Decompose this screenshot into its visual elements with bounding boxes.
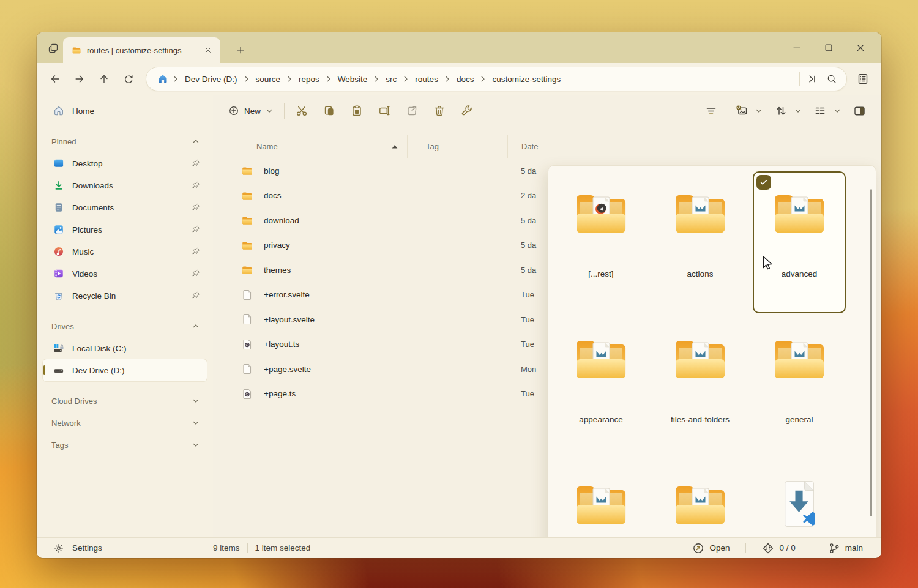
folder-grid: [...rest]actionsadvancedappearancefiles-…	[554, 171, 852, 558]
recycle-icon	[53, 290, 64, 301]
minimize-icon	[791, 42, 802, 53]
sidebar-item-local-disk-c[interactable]: Local Disk (C:)	[43, 337, 207, 359]
selected-checkbox[interactable]	[756, 175, 771, 190]
grid-item-label: actions	[687, 269, 714, 278]
delete-button[interactable]	[427, 100, 452, 122]
grid-item-files-and-folders[interactable]: files-and-folders	[654, 317, 747, 459]
sort-button[interactable]	[769, 100, 793, 122]
copy-icon	[323, 105, 335, 117]
sidebar-section-header-drives[interactable]: Drives	[37, 315, 213, 337]
forward-button[interactable]	[69, 69, 91, 89]
sidebar-section-header-pinned[interactable]: Pinned	[37, 130, 213, 152]
file-name-cell: +page.svelte	[222, 363, 407, 375]
layout-button[interactable]	[808, 100, 832, 122]
close-window-button[interactable]	[848, 37, 873, 58]
breadcrumb-segment-dev-drive-d[interactable]: Dev Drive (D:)	[181, 72, 242, 86]
sidebar-item-downloads[interactable]: Downloads	[43, 174, 207, 196]
file-name: +page.svelte	[264, 365, 311, 374]
sidebar-item-dev-drive-d[interactable]: Dev Drive (D:)	[43, 359, 207, 381]
column-header-tag[interactable]: Tag	[408, 142, 507, 151]
main-area: HomePinnedDesktopDownloadsDocumentsPictu…	[37, 95, 881, 537]
git-sync-status[interactable]: 0 / 0	[753, 542, 804, 554]
folder-icon	[241, 165, 253, 177]
home-icon	[53, 105, 64, 116]
tab-switcher-button[interactable]	[44, 40, 62, 56]
desktop-wallpaper: routes | customize-settings Dev Drive (D…	[0, 0, 918, 588]
filter-control	[699, 100, 723, 122]
properties-button[interactable]	[455, 100, 479, 122]
file-name-cell: +layout.svelte	[222, 313, 407, 326]
tab-title: routes | customize-settings	[87, 46, 195, 55]
new-button[interactable]: New	[222, 100, 279, 121]
thumbnails-button[interactable]	[730, 100, 754, 122]
chevron-right-icon	[286, 75, 293, 83]
column-header-name[interactable]: Name	[222, 142, 407, 151]
breadcrumb-segment-repos[interactable]: repos	[294, 72, 324, 86]
sidebar-item-videos[interactable]: Videos	[43, 262, 207, 285]
chevron-right-icon	[172, 75, 179, 83]
grid-item-actions[interactable]: actions	[654, 171, 747, 313]
settings-button[interactable]: Settings	[37, 543, 213, 554]
check-icon	[759, 177, 769, 187]
grid-item-general[interactable]: general	[753, 317, 846, 459]
selected-count: 1 item selected	[255, 543, 311, 553]
file-name: download	[264, 216, 299, 225]
refresh-button[interactable]	[118, 69, 140, 89]
breadcrumb-home-button[interactable]	[155, 72, 171, 86]
sidebar-section-header-tags[interactable]: Tags	[37, 434, 213, 456]
details-pane-button[interactable]	[847, 100, 871, 122]
close-tab-button[interactable]	[201, 43, 215, 58]
git-branch-button[interactable]: main	[819, 542, 871, 554]
maximize-button[interactable]	[816, 37, 841, 58]
filter-button[interactable]	[699, 100, 723, 122]
items-count: 9 items	[213, 543, 240, 553]
folder-md-icon	[672, 480, 728, 529]
rename-icon	[378, 105, 390, 117]
sidebar-section-header-network[interactable]: Network	[37, 412, 213, 434]
sidebar: HomePinnedDesktopDownloadsDocumentsPictu…	[37, 95, 213, 537]
file-name: blog	[264, 166, 280, 176]
column-header-date[interactable]: Date	[508, 142, 881, 151]
new-tab-button[interactable]	[231, 41, 250, 59]
breadcrumb-segment-routes[interactable]: routes	[411, 72, 442, 86]
filter-icon	[705, 105, 717, 117]
folder-icon	[241, 214, 253, 226]
chevron-down-icon	[266, 107, 273, 114]
sidebar-section-pinned: PinnedDesktopDownloadsDocumentsPicturesM…	[37, 130, 213, 307]
search-button[interactable]	[822, 69, 842, 89]
sidebar-item-recycle-bin[interactable]: Recycle Bin	[43, 285, 207, 307]
rename-button[interactable]	[372, 100, 397, 122]
open-button[interactable]: Open	[684, 542, 738, 554]
back-button[interactable]	[44, 69, 66, 89]
paste-button[interactable]	[345, 100, 369, 122]
breadcrumb-segment-website[interactable]: Website	[334, 72, 372, 86]
share-button[interactable]	[400, 100, 424, 122]
grid-item-advanced[interactable]: advanced	[753, 171, 846, 313]
breadcrumb-segment-docs[interactable]: docs	[452, 72, 479, 86]
minimize-button[interactable]	[785, 37, 809, 58]
sidebar-item-documents[interactable]: Documents	[43, 196, 207, 218]
scrollbar[interactable]	[870, 189, 872, 516]
clipboard-panel-button[interactable]	[852, 69, 874, 89]
cut-button[interactable]	[289, 100, 314, 122]
sidebar-item-music[interactable]: Music	[43, 240, 207, 262]
file-name-cell: themes	[222, 264, 407, 276]
copy-button[interactable]	[317, 100, 341, 122]
chevron-right-icon	[373, 75, 380, 83]
grid-item-appearance[interactable]: appearance	[554, 317, 647, 459]
folder-icon	[241, 239, 253, 251]
breadcrumb-segment-customize-settings[interactable]: customize-settings	[488, 72, 565, 86]
sidebar-item-pictures[interactable]: Pictures	[43, 218, 207, 240]
up-button[interactable]	[93, 69, 115, 89]
address-bar[interactable]: Dev Drive (D:)sourcereposWebsitesrcroute…	[146, 67, 847, 91]
breadcrumb-segment-src[interactable]: src	[381, 72, 401, 86]
pin-icon	[191, 180, 201, 190]
active-tab[interactable]: routes | customize-settings	[63, 37, 220, 63]
sidebar-item-desktop[interactable]: Desktop	[43, 152, 207, 174]
grid-item-rest[interactable]: [...rest]	[554, 171, 647, 313]
breadcrumb-segment-source[interactable]: source	[252, 72, 285, 86]
sidebar-section-header-cloud-drives[interactable]: Cloud Drives	[37, 390, 213, 412]
go-to-end-button[interactable]	[802, 69, 822, 89]
sidebar-item-home[interactable]: Home	[43, 100, 207, 122]
plus-icon	[236, 45, 245, 55]
